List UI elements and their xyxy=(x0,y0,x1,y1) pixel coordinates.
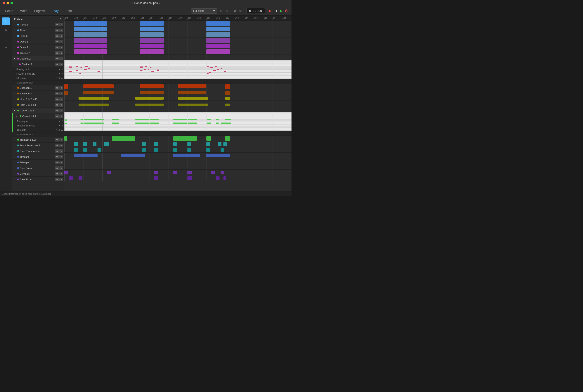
mute-button[interactable]: m xyxy=(55,86,59,90)
solo-button[interactable]: s xyxy=(59,40,63,44)
instrument-row-bassoon1[interactable]: › Bassoon 1 m s xyxy=(12,85,64,91)
timeline-ruler[interactable]: 1451461471481491501511521531541551561571… xyxy=(64,16,292,20)
eq-icon[interactable]: ≋ xyxy=(233,8,237,14)
qlegato-grid-icon[interactable]: ⊞ 01 xyxy=(59,77,63,79)
instrument-row-oboe1[interactable]: › Oboe 1 m s xyxy=(12,39,64,44)
instrument-row-cornet12-sub[interactable]: ▾ Cornet 1 & 2 m s xyxy=(13,113,64,119)
solo-button[interactable]: s xyxy=(59,98,63,101)
show-automation-clarinet[interactable]: Show automation xyxy=(12,81,64,85)
mute-button[interactable]: m xyxy=(55,149,59,153)
mute-button[interactable]: m xyxy=(55,103,59,106)
instrument-row-bassoon2[interactable]: › Bassoon 2 m s xyxy=(12,91,64,96)
track-area[interactable]: › xyxy=(64,20,292,191)
tab-setup[interactable]: Setup xyxy=(2,8,17,14)
solo-button[interactable]: s xyxy=(59,57,63,60)
instrument-row-side-drum[interactable]: › Side Drum m s xyxy=(12,165,64,171)
record-button[interactable]: ⏺ xyxy=(267,8,272,14)
rewind-button[interactable]: ⏮ xyxy=(272,8,278,14)
instrument-row-horn34[interactable]: › Horn 3 & 4 in F m s xyxy=(12,102,64,108)
flow-header[interactable]: Flow 1 ▼ xyxy=(12,16,64,22)
instrument-row-horn12[interactable]: › Horn 1 & 2 in F m s xyxy=(12,96,64,102)
show-automation-cornet[interactable]: Show automation xyxy=(12,132,64,137)
solo-button[interactable]: s xyxy=(59,172,63,176)
mute-button[interactable]: m xyxy=(55,114,59,118)
instrument-row-cymbals[interactable]: › Cymbals m s xyxy=(12,171,64,176)
solo-button[interactable]: s xyxy=(59,51,63,55)
instrument-row-flute1[interactable]: › Flute 1 m s xyxy=(12,28,64,33)
minimize-button[interactable] xyxy=(7,2,9,4)
solo-button[interactable]: s xyxy=(59,23,63,26)
mute-button[interactable]: m xyxy=(55,155,59,158)
playing-tech-chevron-icon[interactable]: ▾ xyxy=(59,68,60,70)
instrument-row-oboe2[interactable]: › Oboe 2 m s xyxy=(12,44,64,50)
solo-button[interactable]: s xyxy=(59,166,63,170)
solo-button[interactable]: s xyxy=(59,103,63,106)
tab-play[interactable]: Play xyxy=(49,8,62,14)
halion-chevron-icon[interactable]: ▾ xyxy=(59,72,60,75)
tab-print[interactable]: Print xyxy=(62,8,75,14)
solo-button[interactable]: s xyxy=(59,34,63,38)
instrument-row-bass-drum[interactable]: › Bass Drum m s xyxy=(12,176,64,182)
mute-button[interactable]: m xyxy=(55,46,59,49)
instrument-row-piccolo[interactable]: › Piccolo m s xyxy=(12,22,64,28)
playing-tech-edit-icon[interactable]: ⊘ xyxy=(62,68,63,70)
mute-button[interactable]: m xyxy=(55,98,59,101)
instrument-row-cornet12[interactable]: ▾ Cornet 1 & 2 m s xyxy=(12,108,64,113)
mute-button[interactable]: m xyxy=(55,172,59,176)
mute-button[interactable]: m xyxy=(55,138,59,142)
pointer-tool[interactable]: ↖ xyxy=(2,18,10,25)
playing-tech-chevron-icon[interactable]: ▾ xyxy=(59,120,60,122)
mute-button[interactable]: m xyxy=(55,51,59,55)
playing-tech-edit-icon[interactable]: ⊘ xyxy=(62,120,63,122)
eraser-tool[interactable]: ◻ xyxy=(2,35,10,43)
instrument-row-clarinet2-sub[interactable]: ▾ Clarinet 2 m s xyxy=(12,62,64,67)
power-button[interactable]: ⏻ xyxy=(284,8,290,14)
score-selector[interactable]: Full score ▼ xyxy=(191,8,217,14)
solo-button[interactable]: s xyxy=(59,62,63,66)
solo-button[interactable]: s xyxy=(59,86,63,90)
traffic-lights[interactable] xyxy=(3,2,13,4)
qlegato-grid-icon[interactable]: ⊞ 01 xyxy=(59,129,63,131)
pencil-tool[interactable]: ✏ xyxy=(2,26,10,34)
instrument-row-clarinet2[interactable]: ▾ Clarinet 2 m s xyxy=(12,56,64,62)
solo-button[interactable]: s xyxy=(59,138,63,142)
mixer-icon[interactable]: ⊞ xyxy=(219,8,223,14)
mute-button[interactable]: m xyxy=(55,34,59,38)
window-icon[interactable]: ▭ xyxy=(225,8,229,14)
play-button[interactable]: ▶ xyxy=(278,8,284,14)
mute-button[interactable]: m xyxy=(55,23,59,26)
solo-button[interactable]: s xyxy=(59,144,63,147)
solo-button[interactable]: s xyxy=(59,161,63,164)
instrument-row-clarinet1[interactable]: › Clarinet 1 m s xyxy=(12,50,64,56)
right-scroll-chevron-icon[interactable]: › xyxy=(289,104,291,108)
close-button[interactable] xyxy=(3,2,5,4)
halion-mixer-icon[interactable]: ⊟ xyxy=(62,124,63,127)
mute-button[interactable]: m xyxy=(55,161,59,164)
instrument-row-timpani[interactable]: › Timpani m s xyxy=(12,154,64,160)
tab-engrave[interactable]: Engrave xyxy=(31,8,49,14)
mute-button[interactable]: m xyxy=(55,178,59,181)
mute-button[interactable]: m xyxy=(55,62,59,66)
solo-button[interactable]: s xyxy=(59,28,63,32)
mute-button[interactable]: m xyxy=(55,109,59,112)
halion-mixer-icon[interactable]: ⊟ xyxy=(62,72,63,75)
instrument-row-trumpet12[interactable]: › Trumpet 1 & 2 m s xyxy=(12,137,64,142)
tab-write[interactable]: Write xyxy=(17,8,31,14)
midi-icon[interactable]: ⟳ xyxy=(238,8,243,14)
solo-button[interactable]: s xyxy=(59,149,63,153)
mute-button[interactable]: m xyxy=(55,92,59,95)
qlegato-chevron-icon[interactable]: ▾ xyxy=(56,129,57,131)
solo-button[interactable]: s xyxy=(59,92,63,95)
mute-button[interactable]: m xyxy=(55,144,59,147)
scissors-tool[interactable]: ✂ xyxy=(2,44,10,52)
solo-button[interactable]: s xyxy=(59,114,63,118)
instrument-row-flute2[interactable]: › Flute 2 m s xyxy=(12,33,64,39)
solo-button[interactable]: s xyxy=(59,178,63,181)
mute-button[interactable]: m xyxy=(55,57,59,60)
instrument-row-tenor-trombone[interactable]: › Tenor Trombone 1 m s xyxy=(12,142,64,148)
maximize-button[interactable] xyxy=(11,2,13,4)
solo-button[interactable]: s xyxy=(59,155,63,158)
halion-chevron-icon[interactable]: ▾ xyxy=(59,124,60,127)
mute-button[interactable]: m xyxy=(55,40,59,44)
qlegato-chevron-icon[interactable]: ▾ xyxy=(56,77,57,79)
